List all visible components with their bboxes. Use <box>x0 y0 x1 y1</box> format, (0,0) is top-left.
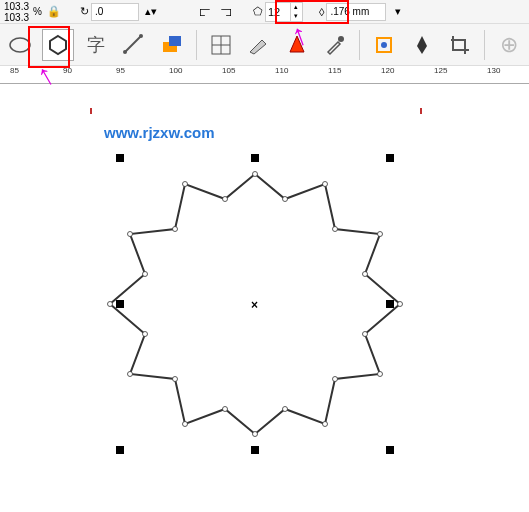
lock-icon[interactable]: 🔒 <box>44 2 64 22</box>
svg-point-22 <box>363 332 368 337</box>
svg-point-0 <box>10 38 30 52</box>
selection-handle-w[interactable] <box>116 300 124 308</box>
svg-point-38 <box>223 197 228 202</box>
svg-point-34 <box>143 272 148 277</box>
ruler-marker-left <box>90 108 92 114</box>
svg-point-16 <box>283 197 288 202</box>
svg-point-26 <box>283 407 288 412</box>
eyedropper-tool[interactable] <box>319 29 351 61</box>
knife-tool[interactable] <box>243 29 275 61</box>
selection-handle-se[interactable] <box>386 446 394 454</box>
selection-handle-e[interactable] <box>386 300 394 308</box>
svg-point-33 <box>108 302 113 307</box>
svg-point-29 <box>183 422 188 427</box>
selection-handle-nw[interactable] <box>116 154 124 162</box>
svg-point-35 <box>128 232 133 237</box>
svg-point-36 <box>173 227 178 232</box>
svg-point-21 <box>398 302 403 307</box>
shape-orange-tool[interactable] <box>156 29 188 61</box>
svg-point-13 <box>381 42 387 48</box>
svg-point-31 <box>128 372 133 377</box>
outline-dropdown[interactable]: ▾ <box>388 2 408 22</box>
zoom-y: 103.3 <box>4 12 29 23</box>
crop-tool[interactable] <box>444 29 476 61</box>
dimension-tool[interactable] <box>118 29 150 61</box>
horizontal-ruler: 85 90 95 100 105 110 115 120 125 130 <box>0 66 529 84</box>
selection-handle-n[interactable] <box>251 154 259 162</box>
svg-point-11 <box>338 36 344 42</box>
svg-point-15 <box>253 172 258 177</box>
snap-tool[interactable] <box>368 29 400 61</box>
zoom-unit: % <box>33 6 42 17</box>
toolbar-info-row: 103.3 103.3 % 🔒 ↻ ▴▾ ⫍ ⫎ ⬠ ▴ ▾ ◊ ▾ <box>0 0 529 24</box>
polygon-sides-icon: ⬠ <box>253 5 263 18</box>
toolbar-tools-row: 字 ⊕ <box>0 24 529 66</box>
svg-line-2 <box>125 36 141 52</box>
svg-point-24 <box>333 377 338 382</box>
svg-point-20 <box>363 272 368 277</box>
svg-point-37 <box>183 182 188 187</box>
svg-point-3 <box>123 50 127 54</box>
rotation-input[interactable] <box>91 3 139 21</box>
pen-tool[interactable] <box>406 29 438 61</box>
svg-point-30 <box>173 377 178 382</box>
svg-point-28 <box>223 407 228 412</box>
svg-point-4 <box>139 34 143 38</box>
divider <box>196 30 197 60</box>
svg-point-17 <box>323 182 328 187</box>
svg-point-25 <box>323 422 328 427</box>
svg-point-18 <box>333 227 338 232</box>
selection-handle-s[interactable] <box>251 446 259 454</box>
table-tool[interactable] <box>205 29 237 61</box>
align-icon-1[interactable]: ⫍ <box>195 2 215 22</box>
ruler-marker-right <box>420 108 422 114</box>
svg-point-19 <box>378 232 383 237</box>
selection-handle-sw[interactable] <box>116 446 124 454</box>
svg-point-23 <box>378 372 383 377</box>
watermark-text: www.rjzxw.com <box>104 124 215 141</box>
svg-point-27 <box>253 432 258 437</box>
zoom-x: 103.3 <box>4 1 29 12</box>
zoom-values: 103.3 103.3 <box>2 1 31 23</box>
add-button[interactable]: ⊕ <box>493 29 525 61</box>
selection-handle-ne[interactable] <box>386 154 394 162</box>
canvas-area[interactable]: × <box>0 84 529 512</box>
text-tool[interactable]: 字 <box>80 29 112 61</box>
svg-point-32 <box>143 332 148 337</box>
divider-2 <box>359 30 360 60</box>
center-marker[interactable]: × <box>251 298 258 312</box>
svg-rect-6 <box>169 36 181 46</box>
rotation-spinner[interactable]: ▴▾ <box>141 2 161 22</box>
align-icon-2[interactable]: ⫎ <box>217 2 237 22</box>
divider-3 <box>484 30 485 60</box>
highlight-sides-input <box>275 0 349 24</box>
rotation-icon: ↻ <box>80 5 89 18</box>
